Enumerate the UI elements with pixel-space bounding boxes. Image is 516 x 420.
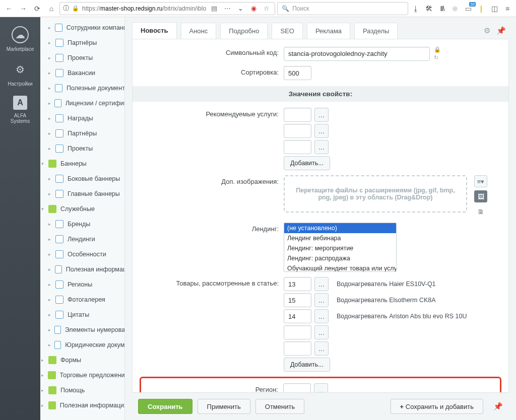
tree-item[interactable]: ▸Проекты bbox=[40, 50, 124, 65]
tree-item[interactable]: ▸Элементы нумерованного bbox=[40, 322, 124, 337]
tree-item[interactable]: ▸Сотрудники компании bbox=[40, 20, 124, 35]
pick-button[interactable]: ... bbox=[314, 325, 329, 339]
footer-bar: Сохранить Применить Отменить + Сохранить… bbox=[125, 393, 516, 420]
lock-field-icon[interactable]: 🔒 bbox=[434, 46, 441, 53]
product-id-input[interactable] bbox=[284, 309, 311, 323]
tree-item[interactable]: ▸Главные баннеры bbox=[40, 186, 124, 201]
dropzone[interactable]: Перетащите файлы с расширениями (jpg, gi… bbox=[284, 175, 467, 213]
tab-подробно[interactable]: Подробно bbox=[220, 23, 268, 39]
save-button[interactable]: Сохранить bbox=[138, 399, 192, 414]
pin-icon[interactable]: 📌 bbox=[493, 402, 503, 411]
tree-item[interactable]: ▸Фотогалерея bbox=[40, 292, 124, 307]
tree-item[interactable]: ▸Полезная информация bbox=[40, 262, 124, 277]
tree-item[interactable]: ▸Особенности bbox=[40, 247, 124, 262]
tree-item[interactable]: ▸Лендинги bbox=[40, 232, 124, 247]
add-button[interactable]: Добавить... bbox=[284, 156, 330, 170]
menu-icon[interactable]: ≡ bbox=[502, 3, 513, 14]
folder-icon bbox=[48, 160, 56, 168]
tree-item[interactable]: ▸Помощь bbox=[40, 383, 124, 398]
pocket-icon[interactable]: ⌄ bbox=[235, 4, 245, 14]
tab-реклама[interactable]: Реклама bbox=[307, 23, 350, 39]
element-icon bbox=[54, 99, 61, 107]
tree-item[interactable]: ▸Полезные документы bbox=[40, 81, 124, 96]
ublock-icon[interactable]: ◉ bbox=[248, 4, 259, 14]
star-icon[interactable]: ☆ bbox=[262, 4, 272, 14]
tab-анонс[interactable]: Анонс bbox=[181, 23, 217, 39]
tree-item[interactable]: ▸Лицензии / сертификаты bbox=[40, 96, 124, 111]
search-bar[interactable]: 🔍 Поиск bbox=[277, 2, 408, 15]
library-icon[interactable]: III\ bbox=[436, 3, 447, 14]
landing-option[interactable]: Лендинг: распродажа bbox=[284, 253, 396, 263]
landing-option[interactable]: Лендинг вебинара bbox=[284, 233, 396, 243]
rec-id-input[interactable] bbox=[284, 108, 311, 122]
pin-icon[interactable]: 📌 bbox=[496, 26, 506, 35]
tab-новость[interactable]: Новость bbox=[132, 22, 177, 39]
sort-input[interactable] bbox=[284, 66, 311, 80]
landing-option[interactable]: (не установлено) bbox=[284, 223, 396, 233]
tree-item[interactable]: ▾Баннеры bbox=[40, 156, 124, 171]
product-id-input[interactable] bbox=[284, 341, 311, 356]
landing-listbox[interactable]: (не установлено)Лендинг вебинараЛендинг:… bbox=[284, 223, 397, 272]
pick-button[interactable]: ... bbox=[314, 124, 329, 138]
download-icon[interactable]: ⭳ bbox=[410, 3, 421, 14]
tree-item[interactable]: ▸Полезная информация bbox=[40, 398, 124, 413]
url-text: https://master-shop.redsign.ru/bitrix/ad… bbox=[82, 5, 206, 12]
pick-button[interactable]: ... bbox=[314, 383, 328, 393]
tree-item[interactable]: ▸Торговые предложения bbox=[40, 368, 124, 383]
rec-id-input[interactable] bbox=[284, 124, 311, 138]
dz-image-icon[interactable]: 🖼 bbox=[474, 190, 487, 202]
pick-button[interactable]: ... bbox=[314, 140, 329, 154]
ext-globe-icon[interactable]: ⊕ bbox=[449, 3, 461, 14]
code-input[interactable] bbox=[284, 47, 430, 61]
pick-button[interactable]: ... bbox=[314, 293, 329, 307]
product-id-input[interactable] bbox=[284, 293, 311, 307]
region-id-input[interactable] bbox=[283, 383, 311, 393]
rail-alfa[interactable]: A ALFA Systems bbox=[11, 96, 30, 124]
sidebar-tree[interactable]: ▸Сотрудники компании▸Партнёры▸Проекты▸Ва… bbox=[40, 17, 125, 420]
translate-icon[interactable]: ▭30 bbox=[463, 3, 474, 14]
cancel-button[interactable]: Отменить bbox=[255, 399, 304, 414]
tree-item[interactable]: ▸Юридические документы bbox=[40, 337, 124, 353]
tab-seo[interactable]: SEO bbox=[272, 23, 302, 39]
bulb-icon[interactable]: ❙ bbox=[476, 3, 487, 14]
tree-item[interactable]: ▸Партнёры bbox=[40, 126, 124, 141]
pick-button[interactable]: ... bbox=[314, 108, 329, 122]
tree-item[interactable]: ▸Регионы bbox=[40, 277, 124, 292]
back-icon[interactable]: ← bbox=[3, 3, 15, 15]
tree-item[interactable]: ▸Проекты bbox=[40, 141, 124, 156]
rec-id-input[interactable] bbox=[284, 140, 311, 154]
tree-item[interactable]: ▸Партнёры bbox=[40, 35, 124, 50]
devtools-icon[interactable]: 🛠 bbox=[423, 3, 434, 14]
tree-item[interactable]: ▸Вакансии bbox=[40, 65, 124, 81]
pick-button[interactable]: ... bbox=[314, 277, 329, 291]
tree-item[interactable]: ▸Боковые баннеры bbox=[40, 171, 124, 186]
pick-button[interactable]: ... bbox=[314, 341, 329, 356]
reader-icon[interactable]: ▤ bbox=[209, 4, 219, 14]
tree-item[interactable]: ▸Формы bbox=[40, 353, 124, 368]
tree-item[interactable]: ▸Награды bbox=[40, 111, 124, 126]
tree-item[interactable]: ▸Бренды bbox=[40, 217, 124, 232]
tree-item[interactable]: ▸Цитаты bbox=[40, 307, 124, 322]
rail-marketplace[interactable]: ☁ Marketplace bbox=[7, 26, 34, 52]
more-icon[interactable]: ⋯ bbox=[222, 4, 232, 14]
add-button[interactable]: Добавить... bbox=[284, 358, 330, 372]
tab-разделы[interactable]: Разделы bbox=[354, 23, 398, 39]
apply-button[interactable]: Применить bbox=[198, 399, 250, 414]
sidebar-icon[interactable]: ◫ bbox=[489, 3, 500, 14]
url-bar[interactable]: ⓘ 🔒 https://master-shop.redsign.ru/bitri… bbox=[59, 2, 275, 15]
rail-settings[interactable]: ⚙ Настройки bbox=[8, 61, 32, 87]
product-id-input[interactable] bbox=[284, 277, 311, 291]
landing-option[interactable]: Обучающий лендинг товара или услуги bbox=[284, 263, 396, 272]
dz-file-icon[interactable]: 🗎 bbox=[474, 205, 487, 218]
save-add-button[interactable]: + Сохранить и добавить bbox=[391, 399, 483, 414]
forward-icon[interactable]: → bbox=[17, 3, 29, 15]
landing-option[interactable]: Лендинг: мероприятие bbox=[284, 243, 396, 253]
settings-icon[interactable]: ⚙ bbox=[484, 26, 490, 35]
product-id-input[interactable] bbox=[284, 325, 311, 339]
refresh-code-icon[interactable]: ↻ bbox=[434, 54, 441, 61]
reload-icon[interactable]: ⟳ bbox=[31, 3, 43, 15]
dz-menu-icon[interactable]: ≡▾ bbox=[474, 175, 487, 187]
pick-button[interactable]: ... bbox=[314, 309, 329, 323]
tree-item[interactable]: ▾Служебные bbox=[40, 201, 124, 217]
home-icon[interactable]: ⌂ bbox=[45, 3, 57, 15]
